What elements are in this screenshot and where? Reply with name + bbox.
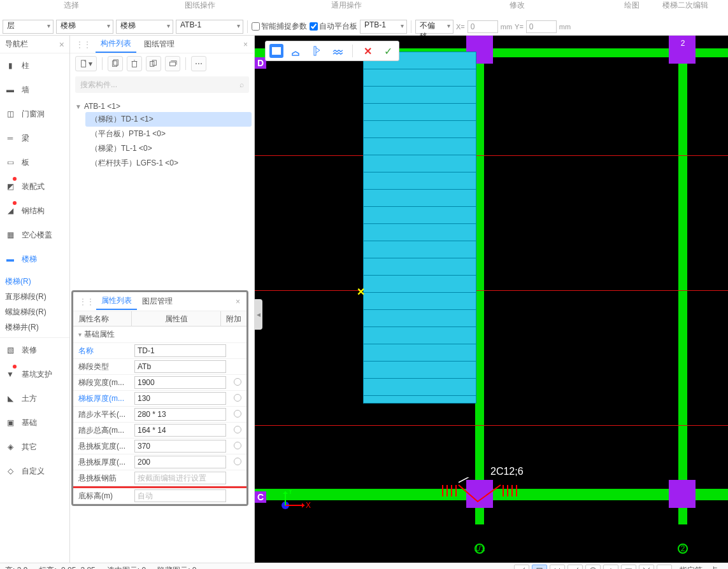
snap-center-button[interactable] (657, 565, 672, 570)
close-icon[interactable]: × (59, 39, 64, 50)
nav-item[interactable]: ▮柱 (0, 53, 69, 78)
prop-value-input[interactable] (134, 408, 226, 421)
auto-platform-check[interactable]: 自动平台板 (310, 21, 357, 32)
search-input[interactable]: 搜索构件... ⌕ (75, 76, 249, 93)
tab-drawing-manage[interactable]: 图纸管理 (139, 36, 180, 52)
nav-item[interactable]: ▧装修 (0, 338, 69, 362)
snap-rect-button[interactable] (532, 565, 547, 570)
property-row: 梯段类型 (73, 359, 246, 375)
atb-select[interactable]: ATB-1 (176, 20, 243, 34)
stair-element[interactable] (363, 52, 476, 404)
svg-text:X: X (306, 501, 311, 510)
radio-icon[interactable] (234, 442, 241, 449)
col-header-value: 属性值 (132, 311, 221, 326)
axis-label: 2 (678, 544, 688, 554)
nav-item[interactable]: ◇自定义 (0, 459, 69, 483)
snap-x-button[interactable] (550, 565, 565, 570)
expand-left-tab[interactable]: ◂ (255, 299, 262, 330)
canvas[interactable]: ✕ ✓ ◂ D C ✕ 2C12;6 (255, 36, 728, 563)
nav-item[interactable]: ▬墙 (0, 78, 69, 102)
delete-button[interactable] (127, 56, 142, 71)
new-doc-button[interactable]: ▾ (75, 56, 97, 71)
search-icon: ⌕ (239, 80, 244, 89)
close-icon[interactable]: × (232, 297, 244, 306)
nav-sub-item[interactable]: 螺旋梯段(R) (5, 304, 69, 320)
stair-select-1[interactable]: 楼梯 (56, 20, 113, 34)
radio-icon[interactable] (234, 394, 241, 402)
ribbon-label: 选择 (64, 0, 79, 11)
confirm-button[interactable]: ✓ (381, 44, 395, 58)
props-section[interactable]: ▾ 基础属性 (73, 327, 246, 343)
nav-item[interactable]: ◩装配式 (0, 174, 69, 199)
nav-item[interactable]: ◢钢结构 (0, 199, 69, 223)
stair-select-2[interactable]: 楼梯 (116, 20, 173, 34)
nav-item[interactable]: ▦空心楼盖 (0, 223, 69, 247)
tab-component-list[interactable]: 构件列表 (96, 36, 136, 53)
prop-value-input[interactable] (134, 376, 226, 389)
prop-value-input[interactable] (134, 392, 226, 405)
nav-sidebar: 导航栏 × ▮柱▬墙◫门窗洞═梁▭板◩装配式◢钢结构▦空心楼盖▬楼梯 楼梯(R)… (0, 36, 70, 563)
nav-item[interactable]: ▭板 (0, 150, 69, 174)
nav-sub-item[interactable]: 直形梯段(R) (5, 289, 69, 304)
stair-mode-3-button[interactable] (310, 44, 324, 58)
nav-sub-item[interactable]: 楼梯(R) (5, 274, 69, 289)
prop-value-input[interactable] (134, 456, 226, 468)
layers-button[interactable] (165, 56, 180, 71)
drag-handle-icon[interactable]: ⋮⋮ (73, 39, 93, 50)
offset-select[interactable]: 不偏移 (415, 20, 453, 34)
prop-value-input[interactable] (134, 489, 226, 502)
prop-name: 踏步水平长(... (73, 409, 132, 420)
nav-item[interactable]: ▼基坑支护 (0, 362, 69, 386)
snap-endpoint-button[interactable] (514, 565, 529, 570)
stair-mode-1-button[interactable] (269, 44, 283, 58)
tree-item[interactable]: （栏杆扶手）LGFS-1 <0> (85, 156, 252, 171)
prop-value-input[interactable] (134, 344, 226, 357)
copy-button[interactable] (108, 56, 123, 71)
nav-icon: ▧ (4, 344, 17, 356)
nav-item[interactable]: ◈其它 (0, 435, 69, 459)
more-button[interactable]: ⋯ (191, 56, 206, 71)
radio-icon[interactable] (234, 426, 241, 433)
stair-mode-4-button[interactable] (331, 44, 345, 58)
nav-item[interactable]: ▣基础 (0, 411, 69, 435)
radio-icon[interactable] (234, 410, 241, 418)
nav-item[interactable]: ═梁 (0, 126, 69, 150)
snap-circle-button[interactable] (585, 565, 601, 570)
smart-snap-check[interactable]: 智能捕捉参数 (252, 21, 307, 32)
radio-icon[interactable] (234, 458, 241, 465)
layer-select[interactable]: 层 (3, 20, 54, 34)
x-input[interactable] (467, 20, 498, 33)
drag-handle-icon[interactable]: ⋮⋮ (76, 297, 96, 307)
tree-item[interactable]: （平台板）PTB-1 <0> (85, 127, 252, 141)
duplicate-button[interactable] (146, 56, 161, 71)
radio-icon[interactable] (234, 378, 241, 386)
cancel-button[interactable]: ✕ (360, 44, 375, 58)
ribbon-label: 图纸操作 (185, 0, 215, 11)
tree-item[interactable]: （梯段）TD-1 <1> (85, 112, 252, 127)
prop-name: 踏步总高(m... (73, 425, 132, 436)
tree-root[interactable]: ▼ ATB-1 <1> (73, 101, 252, 112)
close-icon[interactable]: × (239, 40, 252, 49)
property-row: 悬挑板钢筋 (73, 470, 246, 486)
stair-mode-2-button[interactable] (290, 44, 304, 58)
prop-value-input[interactable] (134, 360, 226, 373)
nav-item[interactable]: ▬楼梯 (0, 247, 69, 271)
y-input[interactable] (526, 20, 557, 33)
tab-layer-manage[interactable]: 图层管理 (137, 293, 178, 309)
snap-tangent-button[interactable] (621, 565, 636, 570)
prop-name: 悬挑板宽度(... (73, 441, 132, 452)
snap-perp-button[interactable] (603, 565, 618, 570)
property-row: 悬挑板厚度(... (73, 454, 246, 470)
tree-item[interactable]: （梯梁）TL-1 <0> (85, 141, 252, 156)
prop-value-input[interactable] (134, 472, 226, 484)
tab-properties[interactable]: 属性列表 (96, 293, 137, 310)
snap-intersect-button[interactable] (639, 565, 654, 570)
nav-item[interactable]: ◫门窗洞 (0, 102, 69, 126)
prop-value-input[interactable] (134, 440, 226, 453)
prop-value-input[interactable] (134, 424, 226, 437)
nav-item[interactable]: ◣土方 (0, 386, 69, 411)
property-row: 悬挑板宽度(... (73, 439, 246, 454)
ptb-select[interactable]: PTB-1 (360, 20, 407, 34)
nav-sub-item[interactable]: 楼梯井(R) (5, 320, 69, 335)
snap-mid-button[interactable] (567, 565, 583, 570)
